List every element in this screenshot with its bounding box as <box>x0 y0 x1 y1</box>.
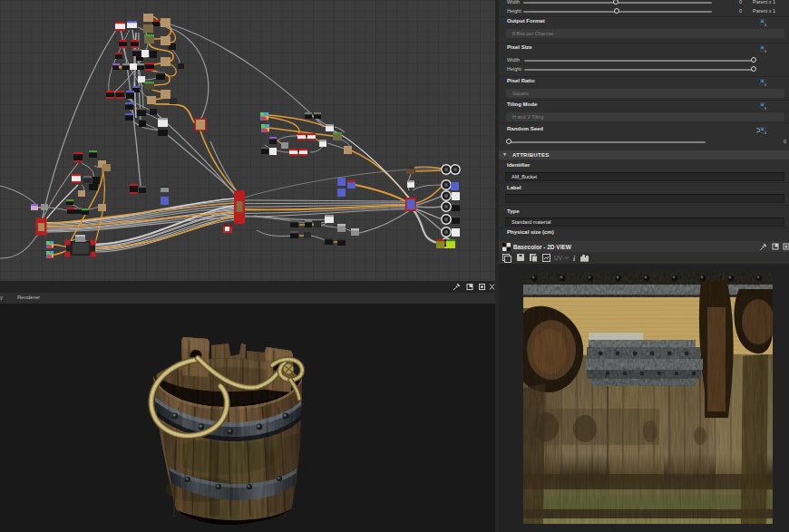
svg-text:UV: UV <box>554 255 563 261</box>
svg-text:i: i <box>573 255 576 263</box>
